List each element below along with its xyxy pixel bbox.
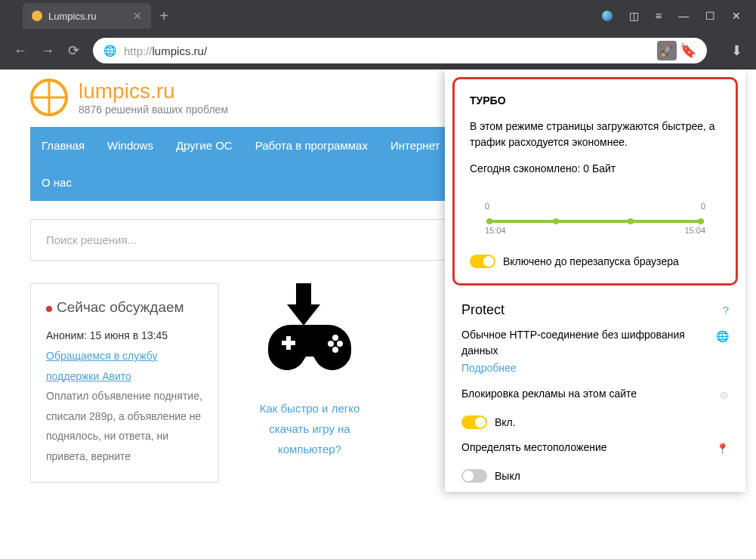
favicon (32, 11, 42, 21)
protect-section: Protect ? Обычное HTTP-соединение без ши… (445, 293, 745, 492)
site-title: lumpics.ru (79, 79, 228, 103)
protect-title: Protect (461, 302, 505, 318)
url-text: http://lumpics.ru/ (124, 45, 207, 57)
close-window-button[interactable]: ✕ (732, 10, 741, 22)
protect-http-status: Обычное HTTP-соединение без шифрования д… (461, 327, 729, 359)
turbo-section: ТУРБО В этом режиме страницы загружаются… (452, 77, 738, 286)
tab-close-icon[interactable]: ✕ (133, 10, 142, 22)
article-link[interactable]: скачать игру на (257, 418, 363, 439)
location-icon: 📍 (716, 441, 729, 457)
comment-meta: Аноним: 15 июня в 13:45 (46, 329, 203, 341)
protect-geo-label: Определять местоположение 📍 (461, 440, 729, 456)
forward-button[interactable]: → (41, 43, 54, 59)
site-subtitle: 8876 решений ваших проблем (79, 103, 228, 116)
svg-point-1 (337, 341, 343, 347)
browser-tab[interactable]: Lumpics.ru ✕ (23, 3, 151, 29)
downloads-icon[interactable]: ⬇ (731, 42, 742, 59)
reader-icon[interactable]: ◫ (629, 10, 639, 22)
sidebar-discussion: Сейчас обсуждаем Аноним: 15 июня в 13:45… (30, 283, 219, 483)
turbo-chart: 0 0 15:04 15:04 (470, 211, 721, 241)
protect-help-icon[interactable]: ? (723, 304, 729, 317)
account-icon[interactable] (602, 11, 613, 21)
svg-point-2 (332, 335, 338, 341)
nav-item[interactable]: Windows (96, 127, 165, 164)
ads-toggle[interactable] (461, 415, 487, 429)
reload-button[interactable]: ⟳ (68, 42, 79, 59)
address-bar[interactable]: 🌐 http://lumpics.ru/ 🚀 🔖 (93, 38, 707, 63)
ads-toggle-state: Вкл. (495, 416, 516, 428)
article-link[interactable]: компьютер? (257, 439, 363, 459)
article-link[interactable]: Как быстро и легко (257, 398, 363, 418)
nav-item[interactable]: Другие ОС (165, 127, 244, 164)
turbo-icon[interactable]: 🚀 (657, 41, 677, 60)
svg-point-3 (332, 347, 338, 353)
nav-item[interactable]: Интернет (379, 127, 451, 164)
sidebar-title: Сейчас обсуждаем (46, 299, 203, 316)
comment-body: Оплатил объявление поднятие, списали 289… (46, 386, 203, 466)
geo-toggle[interactable] (461, 469, 487, 483)
globe-icon: 🌐 (716, 329, 729, 344)
protect-more-link[interactable]: Подробнее (461, 362, 729, 374)
comment-link[interactable]: Обращаемся в службу (46, 346, 203, 366)
protect-ads-label: Блокировка рекламы на этом сайте ⊘ (461, 386, 729, 402)
new-tab-button[interactable]: + (160, 8, 169, 25)
page-info-panel: ТУРБО В этом режиме страницы загружаются… (445, 69, 745, 492)
turbo-title: ТУРБО (470, 94, 721, 107)
gamepad-download-icon (257, 283, 363, 381)
globe-icon: 🌐 (103, 45, 116, 57)
svg-rect-5 (286, 336, 291, 350)
back-button[interactable]: ← (14, 43, 27, 59)
maximize-button[interactable]: ☐ (705, 10, 715, 22)
turbo-saved: Сегодня сэкономлено: 0 Байт (470, 162, 721, 174)
nav-item[interactable]: Главная (30, 127, 96, 164)
nav-item[interactable]: Работа в программах (244, 127, 379, 164)
menu-icon[interactable]: ≡ (656, 10, 662, 22)
svg-point-0 (328, 341, 334, 347)
geo-toggle-state: Выкл (495, 470, 520, 482)
article-card: Как быстро и легко скачать игру на компь… (257, 283, 363, 483)
turbo-toggle[interactable] (470, 255, 495, 268)
bookmark-icon[interactable]: 🔖 (680, 42, 696, 59)
comment-link[interactable]: поддержки Авито (46, 366, 203, 387)
turbo-description: В этом режиме страницы загружаются быстр… (470, 119, 721, 150)
turbo-toggle-label: Включено до перезапуска браузера (503, 255, 679, 267)
minimize-button[interactable]: — (678, 10, 689, 22)
site-logo (30, 79, 68, 116)
tab-title: Lumpics.ru (48, 11, 97, 22)
no-ads-icon: ⊘ (720, 388, 729, 403)
